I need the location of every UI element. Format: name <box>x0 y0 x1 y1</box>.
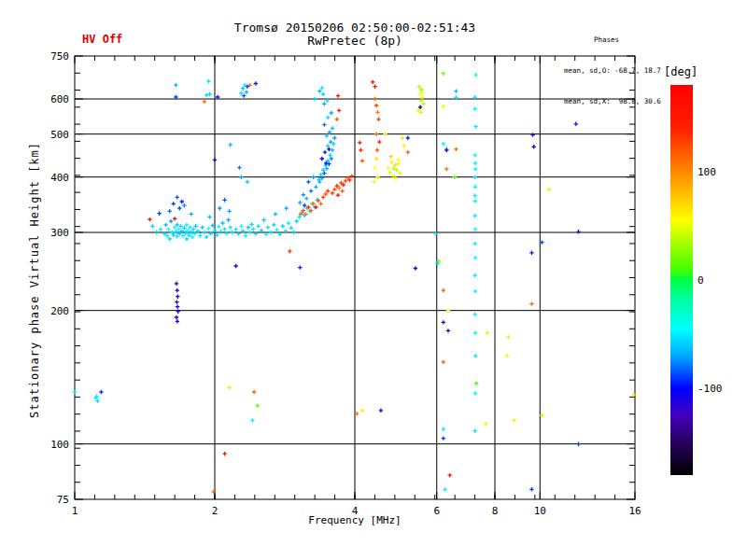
svg-text:500: 500 <box>50 129 69 141</box>
axis-tick-labels: 12468101675100200300400500600750 <box>50 50 641 517</box>
svg-text:1: 1 <box>72 505 78 517</box>
svg-text:16: 16 <box>628 505 641 517</box>
svg-text:100: 100 <box>50 439 69 451</box>
svg-text:75: 75 <box>57 494 69 506</box>
svg-text:750: 750 <box>50 50 69 63</box>
svg-text:8: 8 <box>492 505 499 517</box>
svg-text:4: 4 <box>352 505 359 517</box>
svg-text:6: 6 <box>433 505 440 517</box>
colorbar: 1000-100 <box>670 85 723 475</box>
svg-text:300: 300 <box>50 227 69 239</box>
svg-text:100: 100 <box>698 166 716 178</box>
ionogram-page: Tromsø 20150206 02:50:00-02:51:43 RwPret… <box>0 0 747 560</box>
ionogram-plot: 12468101675100200300400500600750 1000-10… <box>0 0 747 560</box>
svg-text:600: 600 <box>50 93 69 105</box>
svg-text:400: 400 <box>50 172 69 184</box>
svg-text:10: 10 <box>534 505 546 517</box>
svg-text:200: 200 <box>50 305 69 317</box>
scatter-points <box>73 72 636 495</box>
svg-text:0: 0 <box>698 274 704 287</box>
gridlines <box>75 56 635 499</box>
svg-text:-100: -100 <box>698 383 723 395</box>
svg-text:2: 2 <box>212 505 218 517</box>
